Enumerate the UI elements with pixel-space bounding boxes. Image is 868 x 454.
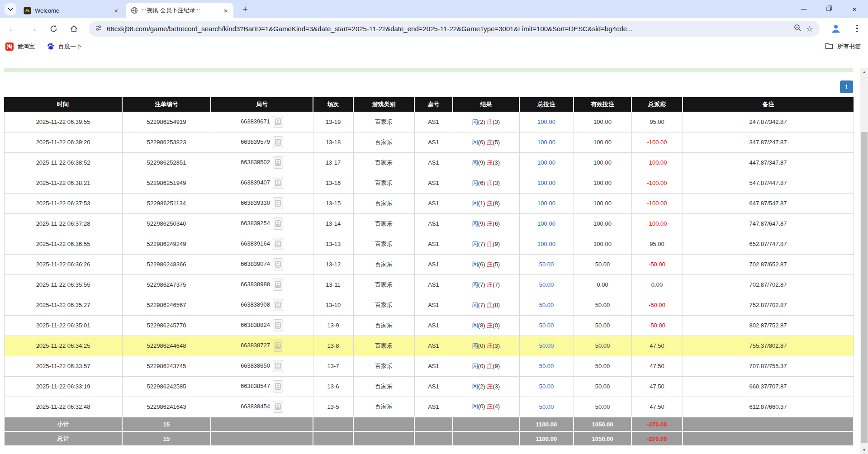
bet-record-table: 时间注单编号局号场次游戏类别桌号结果总投注有效投注总派彩备注 2025-11-2… xyxy=(4,97,854,446)
video-record-icon[interactable] xyxy=(273,116,283,128)
video-record-icon[interactable] xyxy=(273,136,283,148)
cell-total-bet: 100.00 xyxy=(519,112,574,132)
menu-kebab-icon[interactable] xyxy=(851,23,863,34)
cell-table-no: AS1 xyxy=(414,254,453,274)
forward-button[interactable]: → xyxy=(24,20,42,37)
scroll-down-icon[interactable]: ▼ xyxy=(860,446,868,454)
summary-total-bet: 1100.00 xyxy=(519,417,574,431)
table-row[interactable]: 2025-11-22 06:39:55522986254919663839671… xyxy=(4,112,854,132)
pagination-page-1[interactable]: 1 xyxy=(840,80,853,93)
close-tab-icon[interactable]: × xyxy=(222,6,230,14)
table-row[interactable]: 2025-11-22 06:37:53522986251134663839330… xyxy=(4,193,854,213)
video-record-icon[interactable] xyxy=(273,238,283,250)
scrollbar-thumb[interactable] xyxy=(861,132,868,443)
cell-note: 612.87/660.37 xyxy=(683,397,854,417)
result-player-points: (2) xyxy=(478,118,487,125)
window-restore-button[interactable] xyxy=(819,0,840,18)
table-row[interactable]: 2025-11-22 06:38:52522986252851663839502… xyxy=(4,152,854,173)
cell-table-no: AS1 xyxy=(414,356,453,376)
summary-valid-bet: 1050.00 xyxy=(574,431,631,446)
cell-valid-bet: 50.00 xyxy=(574,397,631,417)
result-player-points: (8) xyxy=(478,322,487,329)
video-record-icon[interactable] xyxy=(273,156,283,169)
table-row[interactable]: 2025-11-22 06:33:57522986243745663838650… xyxy=(4,356,854,376)
video-record-icon[interactable] xyxy=(273,340,283,352)
cell-valid-bet: 50.00 xyxy=(574,254,631,274)
cell-game-type: 百家乐 xyxy=(353,376,414,397)
col-header-result: 结果 xyxy=(453,97,519,112)
cell-round-id: 663839164 xyxy=(211,234,313,254)
new-tab-button[interactable]: + xyxy=(240,4,251,15)
reload-button[interactable] xyxy=(45,20,62,37)
site-info-icon[interactable] xyxy=(95,24,102,33)
tab-bet-record[interactable]: :::视讯 会员下注纪录::: × xyxy=(126,3,233,18)
table-row[interactable]: 2025-11-22 06:38:21522986251949663839407… xyxy=(4,173,854,193)
close-tab-icon[interactable]: × xyxy=(112,6,120,14)
cell-total-payout: -50.00 xyxy=(631,254,683,274)
cell-time: 2025-11-22 06:36:26 xyxy=(4,254,122,274)
back-button[interactable]: ← xyxy=(4,20,21,37)
result-banker-points: (3) xyxy=(493,180,500,186)
url-input[interactable]: 66cxkj98.com/game/betrecord_search/kind3… xyxy=(107,25,789,33)
cell-time: 2025-11-22 06:35:27 xyxy=(4,295,122,315)
result-player: 闲 xyxy=(472,241,478,247)
home-icon xyxy=(70,24,78,33)
video-record-icon[interactable] xyxy=(273,177,283,189)
home-button[interactable] xyxy=(65,20,82,37)
bookmark-taobao[interactable]: 淘 爱淘宝 xyxy=(5,43,35,51)
table-row[interactable]: 2025-11-22 06:34:25522986244648663838727… xyxy=(4,336,854,356)
cell-session: 13-8 xyxy=(313,336,353,356)
cell-bet-id: 522986254919 xyxy=(122,112,211,132)
table-row[interactable]: 2025-11-22 06:33:19522986242585663838547… xyxy=(4,376,854,397)
scrollbar-track[interactable]: ▲ ▼ xyxy=(860,68,868,454)
video-record-icon[interactable] xyxy=(273,299,283,311)
video-record-icon[interactable] xyxy=(273,279,283,291)
cell-total-bet: 50.00 xyxy=(519,315,574,336)
video-record-icon[interactable] xyxy=(273,319,283,331)
tab-welcome[interactable]: Welcome × xyxy=(19,3,124,18)
window-minimize-button[interactable] xyxy=(793,0,814,18)
table-row[interactable]: 2025-11-22 06:39:20522986253823663839579… xyxy=(4,132,854,152)
cell-total-payout: 95.00 xyxy=(631,234,683,254)
table-row[interactable]: 2025-11-22 06:36:55522986249249663839164… xyxy=(4,234,854,254)
tab-search-button[interactable] xyxy=(5,3,16,15)
summary-time: 小计 xyxy=(4,417,122,431)
table-row[interactable]: 2025-11-22 06:37:28522986250340663839254… xyxy=(4,213,854,234)
table-row[interactable]: 2025-11-22 06:35:01522986245770663838824… xyxy=(4,315,854,336)
result-player-points: (7) xyxy=(478,241,487,247)
cell-total-payout: 47.50 xyxy=(631,376,683,397)
cell-session: 13-15 xyxy=(313,193,353,213)
video-record-icon[interactable] xyxy=(273,197,283,209)
video-record-icon[interactable] xyxy=(273,380,283,393)
table-row[interactable]: 2025-11-22 06:35:27522986246567663838908… xyxy=(4,295,854,315)
result-banker-points: (3) xyxy=(493,383,500,390)
table-row[interactable]: 2025-11-22 06:35:55522986247375663838988… xyxy=(4,274,854,295)
round-id-value: 663839074 xyxy=(241,260,270,267)
table-row[interactable]: 2025-11-22 06:36:26522986248366663839074… xyxy=(4,254,854,274)
result-player: 闲 xyxy=(472,139,478,146)
video-record-icon[interactable] xyxy=(273,258,283,270)
all-bookmarks-button[interactable]: 所有书签 xyxy=(817,39,861,54)
video-record-icon[interactable] xyxy=(273,360,283,372)
scroll-up-icon[interactable]: ▲ xyxy=(860,68,868,76)
cell-note: 447.87/347.87 xyxy=(683,152,854,173)
result-banker-points: (5) xyxy=(493,139,500,146)
cell-game-type: 百家乐 xyxy=(353,152,414,173)
video-record-icon[interactable] xyxy=(273,218,283,230)
round-id-value: 663838824 xyxy=(241,322,270,328)
video-record-icon[interactable] xyxy=(273,401,283,413)
bookmark-star-icon[interactable]: ☆ xyxy=(806,24,813,34)
zoom-out-icon[interactable] xyxy=(794,24,802,33)
result-player: 闲 xyxy=(472,200,478,207)
table-row[interactable]: 2025-11-22 06:32:48522986241643663838454… xyxy=(4,397,854,417)
result-banker: 庄 xyxy=(487,281,493,288)
profile-avatar[interactable] xyxy=(829,22,843,35)
close-icon: × xyxy=(852,5,857,13)
cell-total-bet: 100.00 xyxy=(519,213,574,234)
result-banker-points: (8) xyxy=(493,302,500,308)
url-omnibox[interactable]: 66cxkj98.com/game/betrecord_search/kind3… xyxy=(89,21,820,37)
window-close-button[interactable]: × xyxy=(844,0,865,18)
bookmark-baidu[interactable]: 百度一下 xyxy=(47,43,82,51)
cell-result: 闲(0) 庄(9) xyxy=(453,356,519,376)
cell-note: 707.87/755.37 xyxy=(683,356,854,376)
